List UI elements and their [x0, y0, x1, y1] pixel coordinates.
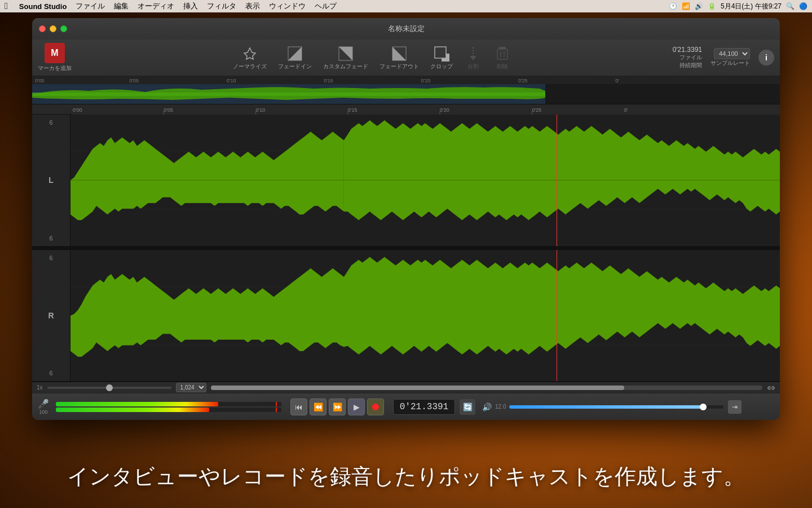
- menu-filter[interactable]: フィルタ: [202, 1, 241, 11]
- custom-fade-button[interactable]: カスタムフェード: [323, 45, 368, 71]
- expand-icon[interactable]: ⇔: [767, 382, 775, 393]
- menu-view[interactable]: 表示: [241, 1, 264, 11]
- timeline-ruler: 0'00 0'05 0'10 0'15 0'20 0'25 0': [32, 104, 780, 115]
- menu-audio[interactable]: オーディオ: [133, 1, 179, 11]
- normalize-button[interactable]: ノーマライズ: [233, 45, 267, 71]
- window-controls: [32, 25, 67, 32]
- svg-text:0'00: 0'00: [73, 107, 82, 113]
- volume-thumb[interactable]: [700, 404, 707, 410]
- right-channel-track: 6 R 6: [32, 250, 780, 382]
- zoom-label: 1x: [37, 384, 43, 391]
- svg-rect-15: [32, 76, 780, 84]
- right-waveform-area[interactable]: [70, 250, 780, 382]
- split-label: 分割: [467, 63, 479, 71]
- add-marker-button[interactable]: M マーカを追加: [38, 43, 72, 72]
- horizontal-scrollbar[interactable]: [211, 386, 762, 390]
- zoom-slider[interactable]: [47, 387, 171, 389]
- tracks-container: 6 L 6: [32, 115, 780, 382]
- record-dot: [372, 404, 379, 410]
- left-waveform-svg: [70, 115, 780, 246]
- scrollbar-thumb[interactable]: [211, 386, 625, 390]
- svg-marker-10: [470, 56, 476, 60]
- zoom-thumb[interactable]: [106, 384, 113, 391]
- split-button: 分割: [464, 45, 482, 71]
- edit-area: 0'00 0'05 0'10 0'15 0'20 0'25 0' 6: [32, 104, 780, 393]
- info-button[interactable]: i: [758, 50, 774, 65]
- expand-button[interactable]: ⇥: [728, 400, 742, 414]
- mic-level-label: 100: [39, 409, 47, 415]
- left-bottom-scale: 6: [49, 235, 52, 242]
- fade-out-button[interactable]: フェードアウト: [379, 45, 419, 71]
- menu-window[interactable]: ウィンドウ: [264, 1, 310, 11]
- overview-bar[interactable]: 0'00 0'05 0'10 0'15 0'20 0'25 0': [32, 76, 780, 104]
- svg-marker-8: [442, 54, 449, 62]
- level-peak-marker-2: [276, 408, 277, 412]
- menu-insert[interactable]: 挿入: [179, 1, 202, 11]
- menubar:  Sound Studio ファイル 編集 オーディオ 挿入 フィルタ 表示 …: [0, 0, 812, 12]
- sample-rate-select[interactable]: 44,100 48,000 96,000: [714, 48, 750, 59]
- volume-slider[interactable]: [509, 405, 723, 409]
- search-icon[interactable]: 🔍: [786, 2, 795, 10]
- mic-area: 🎤 100: [38, 398, 49, 415]
- time-display: 0'21.3391: [393, 399, 455, 415]
- left-channel-letter: L: [48, 176, 54, 185]
- fast-forward-button[interactable]: ⏩: [329, 398, 346, 415]
- menu-file[interactable]: ファイル: [71, 1, 109, 11]
- svg-text:0'05: 0'05: [129, 78, 139, 84]
- marker-label: マーカを追加: [38, 64, 72, 72]
- crop-label: クロップ: [430, 63, 453, 71]
- marker-icon: M: [45, 43, 65, 63]
- level-fill-2: [56, 408, 209, 412]
- maximize-button[interactable]: [60, 25, 67, 32]
- fade-in-button[interactable]: フェードイン: [278, 45, 312, 71]
- custom-fade-label: カスタムフェード: [323, 63, 368, 71]
- battery-icon[interactable]: 🔋: [708, 2, 716, 10]
- crop-button[interactable]: クロップ: [430, 45, 453, 71]
- svg-marker-0: [244, 48, 255, 59]
- rewind-button[interactable]: ⏪: [310, 398, 326, 415]
- buffer-select[interactable]: 1,024 512 2,048: [176, 383, 206, 392]
- svg-marker-2: [288, 47, 302, 60]
- close-button[interactable]: [39, 25, 46, 32]
- toolbar-info: 0'21.3391 ファイル 持続期間 44,100 48,000 96,000…: [673, 46, 774, 69]
- menu-help[interactable]: ヘルプ: [310, 1, 341, 11]
- split-icon: [464, 45, 482, 63]
- wifi-icon[interactable]: 📶: [682, 2, 690, 10]
- level-meter-2: [56, 408, 281, 412]
- delete-button: 削除: [493, 45, 511, 71]
- level-meter-1: [56, 402, 281, 406]
- svg-marker-4: [339, 47, 352, 60]
- svg-rect-12: [497, 49, 508, 59]
- menu-app-name[interactable]: Sound Studio: [15, 2, 71, 11]
- skip-to-start-button[interactable]: ⏮: [290, 398, 307, 415]
- svg-text:0'00: 0'00: [35, 78, 45, 84]
- menu-edit[interactable]: 編集: [109, 1, 133, 11]
- svg-text:0'15: 0'15: [348, 107, 358, 113]
- transport-controls: ⏮ ⏪ ⏩ ▶: [290, 398, 384, 415]
- apple-menu[interactable]: : [5, 1, 8, 11]
- play-button[interactable]: ▶: [348, 398, 365, 415]
- svg-text:0'15: 0'15: [324, 78, 333, 84]
- svg-text:0'25: 0'25: [532, 107, 541, 113]
- volume-icon[interactable]: 🔊: [482, 402, 492, 411]
- svg-marker-6: [392, 47, 406, 60]
- volume-level-label: 12.0: [495, 404, 506, 410]
- sound-icon[interactable]: 🔊: [695, 2, 703, 10]
- svg-text:0': 0': [624, 107, 628, 113]
- record-button[interactable]: [367, 398, 384, 415]
- right-channel-label: 6 R 6: [32, 250, 70, 382]
- siri-icon[interactable]: 🔵: [799, 2, 807, 10]
- time-machine-icon[interactable]: 🕐: [669, 2, 677, 10]
- toolbar: M マーカを追加 ノーマライズ: [32, 40, 780, 76]
- mic-icon[interactable]: 🎤: [38, 398, 49, 409]
- delete-icon: [493, 45, 511, 63]
- main-window: 名称未設定 M マーカを追加 ノーマライズ: [32, 18, 780, 420]
- date-time[interactable]: 5月4日(土) 午後9:27: [721, 2, 782, 11]
- window-title: 名称未設定: [388, 24, 425, 34]
- svg-text:0'10: 0'10: [256, 107, 266, 113]
- left-waveform-area[interactable]: [70, 115, 780, 246]
- loop-button[interactable]: 🔄: [460, 399, 475, 415]
- bottom-caption: インタビューやレコードを録音したりポッドキャストを作成します。: [0, 462, 812, 491]
- minimize-button[interactable]: [50, 25, 56, 32]
- transport-bar: 🎤 100 ⏮ ⏪ ⏩ ▶ 0'21.3391 �: [32, 393, 780, 420]
